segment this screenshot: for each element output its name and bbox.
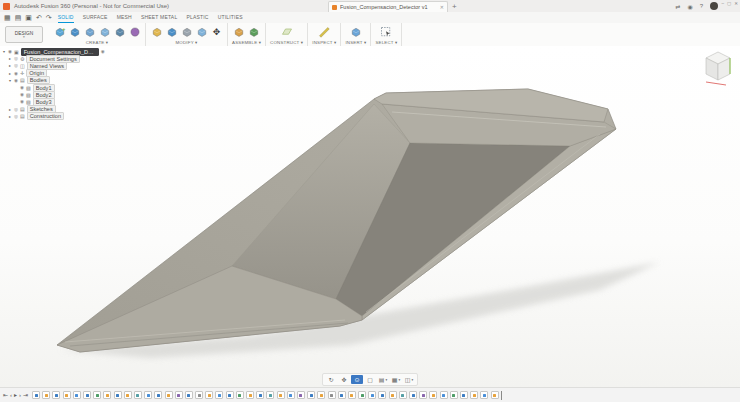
sweep-icon[interactable] [98, 25, 111, 38]
timeline-feature-combine[interactable] [236, 391, 244, 399]
timeline-feature-fillet[interactable] [144, 391, 152, 399]
browser-item-label[interactable]: Construction [27, 112, 64, 120]
visibility-eye-icon[interactable]: ◉ [14, 78, 18, 83]
timeline-feature-extrude[interactable] [205, 391, 213, 399]
visibility-eye-icon[interactable]: ◉ [101, 49, 105, 54]
timeline-feature-extrude[interactable] [277, 391, 285, 399]
timeline-feature-shell[interactable] [266, 391, 274, 399]
timeline-feature-sketch[interactable] [226, 391, 234, 399]
insert-image-icon[interactable] [349, 25, 362, 38]
zoom-icon[interactable]: ⊙ [351, 375, 363, 384]
visibility-eye-icon[interactable]: ◎ [14, 56, 18, 61]
browser-item-body2[interactable]: ◉▧Body2 [2, 91, 114, 98]
timeline-feature-sketch[interactable] [83, 391, 91, 399]
timeline-feature-combine[interactable] [358, 391, 366, 399]
caret-right-icon[interactable]: ▸ [8, 114, 12, 119]
display-settings-icon[interactable]: ▤▾ [377, 375, 389, 384]
group-label-assemble[interactable]: ASSEMBLE ▾ [232, 40, 261, 45]
user-avatar[interactable] [710, 2, 718, 10]
timeline-feature-extrude[interactable] [470, 391, 478, 399]
grid-settings-icon[interactable]: ▦▾ [390, 375, 402, 384]
visibility-eye-icon[interactable]: ◉ [20, 85, 24, 90]
timeline-feature-sketch[interactable] [256, 391, 264, 399]
play-icon[interactable]: ▸ [14, 390, 17, 400]
step-back-icon[interactable]: ‹ [10, 390, 12, 400]
tab-utilities[interactable]: UTILITIES [218, 12, 243, 23]
timeline-feature-fillet[interactable] [73, 391, 81, 399]
construction-plane-icon[interactable] [280, 25, 293, 38]
timeline-feature-sketch[interactable] [307, 391, 315, 399]
caret-right-icon[interactable]: ▸ [8, 71, 12, 76]
step-forward-icon[interactable]: › [19, 390, 21, 400]
timeline-feature-extrude[interactable] [317, 391, 325, 399]
help-icon[interactable]: ? [700, 3, 703, 9]
group-label-insert[interactable]: INSERT ▾ [345, 40, 366, 45]
go-to-start-icon[interactable]: ⇤ [3, 390, 8, 400]
timeline-playhead[interactable] [501, 391, 502, 400]
timeline-feature-fillet[interactable] [368, 391, 376, 399]
press-pull-icon[interactable] [150, 25, 163, 38]
timeline-feature-sketch[interactable] [409, 391, 417, 399]
browser-item-bodies[interactable]: ▾◉▤Bodies [2, 77, 114, 84]
caret-right-icon[interactable]: ▸ [8, 56, 12, 61]
group-label-construct[interactable]: CONSTRUCT ▾ [270, 40, 303, 45]
revolve-icon[interactable] [83, 25, 96, 38]
document-tab-close-icon[interactable]: ✕ [440, 4, 444, 10]
timeline-feature-extrude[interactable] [246, 391, 254, 399]
joint-icon[interactable] [248, 25, 261, 38]
visibility-eye-icon[interactable]: ◉ [14, 71, 18, 76]
timeline-feature-shell[interactable] [399, 391, 407, 399]
timeline-feature-sketch[interactable] [338, 391, 346, 399]
pattern-icon[interactable] [113, 25, 126, 38]
timeline-feature-sketch[interactable] [114, 391, 122, 399]
browser-item-named-views[interactable]: ▸◎◫Named Views [2, 62, 114, 69]
visibility-eye-icon[interactable]: ◉ [20, 99, 24, 104]
visibility-eye-icon[interactable]: ◉ [8, 49, 12, 54]
timeline-feature-hole[interactable] [195, 391, 203, 399]
timeline-feature-shell[interactable] [134, 391, 142, 399]
timeline-feature-pattern[interactable] [175, 391, 183, 399]
timeline-feature-fillet[interactable] [215, 391, 223, 399]
move-icon[interactable]: ✥ [210, 25, 223, 38]
data-panel-icon[interactable]: ▦ [4, 13, 11, 23]
group-label-modify[interactable]: MODIFY ▾ [175, 40, 197, 45]
timeline-feature-extrude[interactable] [491, 391, 499, 399]
browser-item-construction[interactable]: ▸◎▤Construction [2, 113, 114, 120]
save-icon[interactable]: ▣ [25, 13, 32, 23]
timeline-feature-hole[interactable] [328, 391, 336, 399]
combine-icon[interactable] [195, 25, 208, 38]
pan-icon[interactable]: ✥ [338, 375, 350, 384]
timeline-feature-combine[interactable] [450, 391, 458, 399]
timeline-feature-sketch[interactable] [378, 391, 386, 399]
timeline-feature-sketch[interactable] [185, 391, 193, 399]
3d-viewport[interactable]: ▾ ◉ ▣ Fusion_Compensacion_Det... ◉ ▸◎⚙Do… [0, 46, 740, 402]
browser-item-body3[interactable]: ◉▧Body3 [2, 98, 114, 105]
new-document-tab-button[interactable]: + [452, 2, 457, 11]
redo-icon[interactable]: ↷ [46, 13, 52, 23]
group-label-create[interactable]: CREATE ▾ [86, 40, 109, 45]
caret-down-icon[interactable]: ▾ [8, 78, 12, 83]
timeline-feature-extrude[interactable] [389, 391, 397, 399]
go-to-end-icon[interactable]: ⇥ [23, 390, 28, 400]
timeline-feature-pattern[interactable] [419, 391, 427, 399]
timeline-feature-sketch[interactable] [460, 391, 468, 399]
timeline-feature-sketch[interactable] [32, 391, 40, 399]
group-label-inspect[interactable]: INSPECT ▾ [312, 40, 336, 45]
file-icon[interactable]: ▤ [15, 13, 22, 23]
orbit-icon[interactable]: ↻ [325, 375, 337, 384]
document-tab[interactable]: Fusion_Compensacion_Detector v1 ✕ [328, 1, 448, 12]
workspace-selector-button[interactable]: DESIGN ▾ [5, 26, 43, 43]
timeline-feature-extrude[interactable] [165, 391, 173, 399]
select-cursor-icon[interactable] [380, 25, 393, 38]
group-label-select[interactable]: SELECT ▾ [375, 40, 397, 45]
fit-icon[interactable]: ▢ [364, 375, 376, 384]
tab-surface[interactable]: SURFACE [83, 12, 108, 23]
caret-right-icon[interactable]: ▸ [8, 63, 12, 68]
timeline-feature-fillet[interactable] [440, 391, 448, 399]
visibility-eye-icon[interactable]: ◎ [14, 114, 18, 119]
timeline-feature-extrude[interactable] [429, 391, 437, 399]
tab-sheet-metal[interactable]: SHEET METAL [141, 12, 177, 23]
close-button[interactable]: ✕ [734, 0, 738, 8]
browser-item-origin[interactable]: ▸◉✛Origin [2, 70, 114, 77]
timeline-feature-combine[interactable] [93, 391, 101, 399]
